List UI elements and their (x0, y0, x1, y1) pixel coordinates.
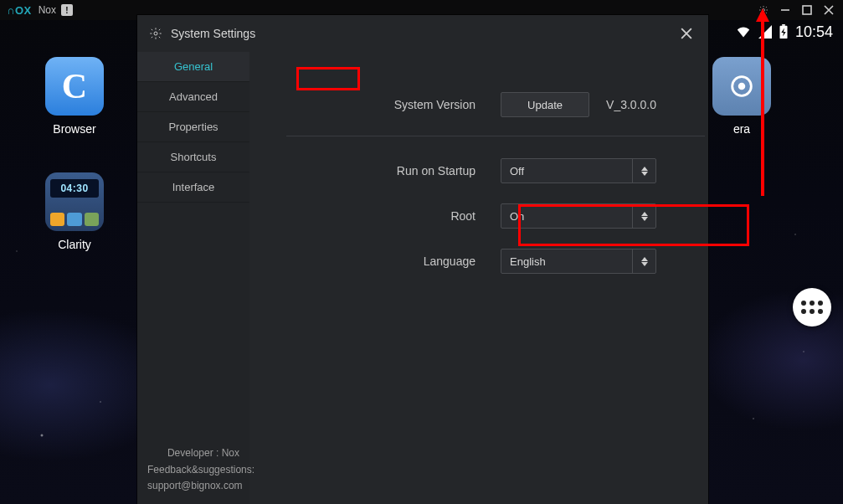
svg-point-6 (154, 32, 157, 35)
section-divider (286, 136, 705, 136)
stepper-arrows-icon (632, 159, 655, 183)
label-root: Root (249, 209, 501, 223)
signal-icon (758, 25, 772, 39)
nox-logo: ∩OX (7, 4, 32, 17)
system-settings-dialog: System Settings General Advanced Propert… (137, 15, 708, 504)
label-system-version: System Version (249, 98, 501, 111)
root-value: On (510, 210, 524, 223)
row-language: Language English (249, 239, 705, 284)
app-label: Clarity (58, 238, 91, 251)
language-select[interactable]: English (501, 249, 656, 274)
tab-properties[interactable]: Properties (137, 112, 249, 142)
row-root: Root On (249, 193, 705, 239)
settings-content: System Version Update V_3.0.0.0 Run on S… (249, 52, 738, 504)
tab-shortcuts[interactable]: Shortcuts (137, 142, 249, 172)
sidebar-footer: Developer : Nox Feedback&suggestions: su… (137, 435, 249, 504)
svg-rect-1 (803, 6, 811, 14)
wifi-icon (735, 25, 752, 39)
desktop-icons: C Browser 04:30 Clarity (45, 57, 104, 251)
clarity-app-icon[interactable]: 04:30 Clarity (45, 172, 104, 251)
settings-sidebar: General Advanced Properties Shortcuts In… (137, 52, 249, 504)
tab-interface[interactable]: Interface (137, 172, 249, 203)
stepper-arrows-icon (632, 204, 655, 228)
root-select[interactable]: On (501, 203, 656, 229)
close-button[interactable] (818, 0, 840, 20)
tab-general[interactable]: General (137, 52, 249, 82)
label-startup: Run on Startup (249, 164, 501, 177)
row-system-version: System Version Update V_3.0.0.0 (249, 82, 705, 127)
browser-app-icon[interactable]: C Browser (45, 57, 104, 136)
startup-select[interactable]: Off (501, 158, 656, 183)
apps-drawer-button[interactable] (793, 288, 831, 327)
notification-badge-icon[interactable]: ! (61, 4, 73, 16)
maximize-button[interactable] (796, 0, 818, 20)
version-text: V_3.0.0.0 (606, 98, 656, 111)
gear-icon (149, 27, 162, 40)
startup-value: Off (510, 165, 524, 177)
minimize-button[interactable] (774, 0, 796, 20)
label-language: Language (249, 255, 501, 268)
svg-point-0 (763, 9, 765, 12)
row-run-on-startup: Run on Startup Off (249, 148, 705, 193)
svg-point-5 (738, 83, 746, 90)
dialog-title: System Settings (171, 27, 676, 40)
status-time: 10:54 (795, 23, 833, 41)
language-value: English (510, 255, 546, 268)
battery-charging-icon (779, 24, 789, 39)
app-label: Browser (53, 122, 95, 136)
settings-gear-icon[interactable] (753, 0, 774, 20)
update-button[interactable]: Update (501, 92, 589, 117)
dialog-close-button[interactable] (676, 23, 697, 44)
android-status-bar: 10:54 (735, 20, 843, 44)
dialog-header: System Settings (137, 15, 708, 52)
stepper-arrows-icon (632, 249, 655, 273)
svg-rect-3 (782, 24, 785, 26)
tab-advanced[interactable]: Advanced (137, 82, 249, 112)
app-name: Nox (39, 4, 56, 16)
